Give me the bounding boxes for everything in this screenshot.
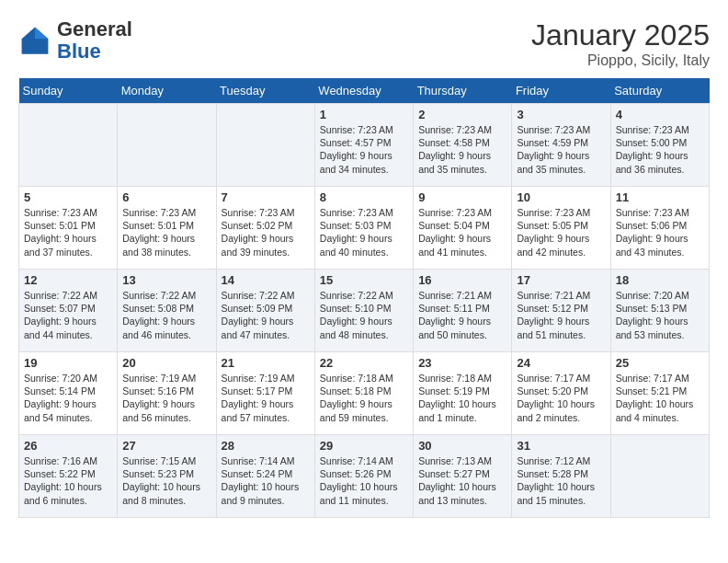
logo-text: General Blue	[57, 18, 132, 63]
day-number: 18	[616, 273, 704, 287]
day-number: 7	[222, 190, 310, 204]
day-number: 15	[320, 273, 408, 287]
day-number: 17	[517, 273, 605, 287]
table-row: 20Sunrise: 7:19 AM Sunset: 5:16 PM Dayli…	[118, 352, 216, 435]
title-area: January 2025 Pioppo, Sicily, Italy	[531, 18, 710, 69]
day-number: 3	[517, 108, 605, 121]
table-row: 1Sunrise: 7:23 AM Sunset: 4:57 PM Daylig…	[314, 104, 413, 187]
cell-content: Sunrise: 7:23 AM Sunset: 4:58 PM Dayligh…	[418, 123, 506, 176]
cell-content: Sunrise: 7:18 AM Sunset: 5:19 PM Dayligh…	[418, 372, 506, 424]
table-row: 11Sunrise: 7:23 AM Sunset: 5:06 PM Dayli…	[610, 187, 709, 270]
day-number: 2	[418, 108, 506, 121]
table-row: 21Sunrise: 7:19 AM Sunset: 5:17 PM Dayli…	[216, 352, 314, 435]
table-row: 10Sunrise: 7:23 AM Sunset: 5:05 PM Dayli…	[512, 187, 610, 270]
calendar-week-row: 5Sunrise: 7:23 AM Sunset: 5:01 PM Daylig…	[19, 187, 710, 270]
header-saturday: Saturday	[610, 78, 709, 104]
day-number: 14	[222, 273, 310, 287]
cell-content: Sunrise: 7:18 AM Sunset: 5:18 PM Dayligh…	[320, 372, 408, 424]
table-row	[118, 104, 216, 187]
logo-blue: Blue	[57, 40, 101, 63]
day-number: 5	[24, 190, 112, 204]
cell-content: Sunrise: 7:16 AM Sunset: 5:22 PM Dayligh…	[24, 454, 112, 507]
day-number: 10	[517, 190, 605, 204]
day-number: 9	[418, 190, 506, 204]
header-monday: Monday	[118, 78, 216, 104]
table-row: 12Sunrise: 7:22 AM Sunset: 5:07 PM Dayli…	[19, 270, 118, 352]
table-row: 2Sunrise: 7:23 AM Sunset: 4:58 PM Daylig…	[414, 104, 512, 187]
table-row: 7Sunrise: 7:23 AM Sunset: 5:02 PM Daylig…	[216, 187, 314, 270]
calendar-table: Sunday Monday Tuesday Wednesday Thursday…	[18, 78, 710, 518]
table-row: 17Sunrise: 7:21 AM Sunset: 5:12 PM Dayli…	[512, 270, 610, 352]
table-row: 19Sunrise: 7:20 AM Sunset: 5:14 PM Dayli…	[19, 352, 118, 435]
cell-content: Sunrise: 7:23 AM Sunset: 4:59 PM Dayligh…	[517, 123, 605, 176]
cell-content: Sunrise: 7:19 AM Sunset: 5:17 PM Dayligh…	[222, 372, 310, 424]
cell-content: Sunrise: 7:20 AM Sunset: 5:14 PM Dayligh…	[24, 372, 112, 424]
header-thursday: Thursday	[414, 78, 512, 104]
cell-content: Sunrise: 7:23 AM Sunset: 4:57 PM Dayligh…	[320, 123, 408, 176]
table-row: 26Sunrise: 7:16 AM Sunset: 5:22 PM Dayli…	[19, 435, 118, 518]
logo-general: General	[57, 17, 132, 40]
logo-icon	[18, 24, 51, 57]
day-number: 31	[517, 439, 605, 453]
table-row: 31Sunrise: 7:12 AM Sunset: 5:28 PM Dayli…	[512, 435, 610, 518]
cell-content: Sunrise: 7:21 AM Sunset: 5:11 PM Dayligh…	[418, 289, 506, 341]
table-row: 25Sunrise: 7:17 AM Sunset: 5:21 PM Dayli…	[610, 352, 709, 435]
cell-content: Sunrise: 7:23 AM Sunset: 5:02 PM Dayligh…	[222, 206, 310, 259]
cell-content: Sunrise: 7:23 AM Sunset: 5:00 PM Dayligh…	[616, 123, 704, 176]
table-row: 5Sunrise: 7:23 AM Sunset: 5:01 PM Daylig…	[19, 187, 118, 270]
table-row: 23Sunrise: 7:18 AM Sunset: 5:19 PM Dayli…	[414, 352, 512, 435]
logo: General Blue	[18, 18, 132, 63]
day-number: 22	[320, 356, 408, 370]
cell-content: Sunrise: 7:21 AM Sunset: 5:12 PM Dayligh…	[517, 289, 605, 341]
day-number: 1	[320, 108, 408, 121]
table-row: 24Sunrise: 7:17 AM Sunset: 5:20 PM Dayli…	[512, 352, 610, 435]
table-row: 8Sunrise: 7:23 AM Sunset: 5:03 PM Daylig…	[314, 187, 413, 270]
table-row: 4Sunrise: 7:23 AM Sunset: 5:00 PM Daylig…	[610, 104, 709, 187]
day-number: 28	[222, 439, 310, 453]
day-number: 30	[418, 439, 506, 453]
day-number: 11	[616, 190, 704, 204]
cell-content: Sunrise: 7:13 AM Sunset: 5:27 PM Dayligh…	[418, 454, 506, 507]
cell-content: Sunrise: 7:14 AM Sunset: 5:24 PM Dayligh…	[222, 454, 310, 507]
day-number: 19	[24, 356, 112, 370]
page-header: General Blue January 2025 Pioppo, Sicily…	[18, 18, 710, 69]
day-number: 21	[222, 356, 310, 370]
day-number: 26	[24, 439, 112, 453]
table-row	[610, 435, 709, 518]
cell-content: Sunrise: 7:23 AM Sunset: 5:03 PM Dayligh…	[320, 206, 408, 259]
header-wednesday: Wednesday	[314, 78, 413, 104]
month-title: January 2025	[531, 18, 710, 52]
day-number: 12	[24, 273, 112, 287]
cell-content: Sunrise: 7:23 AM Sunset: 5:05 PM Dayligh…	[517, 206, 605, 259]
calendar-week-row: 26Sunrise: 7:16 AM Sunset: 5:22 PM Dayli…	[19, 435, 710, 518]
table-row: 9Sunrise: 7:23 AM Sunset: 5:04 PM Daylig…	[414, 187, 512, 270]
day-number: 29	[320, 439, 408, 453]
cell-content: Sunrise: 7:23 AM Sunset: 5:01 PM Dayligh…	[24, 206, 112, 259]
table-row: 15Sunrise: 7:22 AM Sunset: 5:10 PM Dayli…	[314, 270, 413, 352]
calendar-week-row: 12Sunrise: 7:22 AM Sunset: 5:07 PM Dayli…	[19, 270, 710, 352]
table-row: 22Sunrise: 7:18 AM Sunset: 5:18 PM Dayli…	[314, 352, 413, 435]
day-number: 24	[517, 356, 605, 370]
cell-content: Sunrise: 7:22 AM Sunset: 5:08 PM Dayligh…	[122, 289, 210, 341]
table-row: 3Sunrise: 7:23 AM Sunset: 4:59 PM Daylig…	[512, 104, 610, 187]
day-number: 27	[122, 439, 210, 453]
day-number: 16	[418, 273, 506, 287]
day-number: 4	[616, 108, 704, 121]
svg-marker-1	[35, 28, 48, 40]
cell-content: Sunrise: 7:15 AM Sunset: 5:23 PM Dayligh…	[122, 454, 210, 507]
cell-content: Sunrise: 7:17 AM Sunset: 5:21 PM Dayligh…	[616, 372, 704, 424]
day-number: 25	[616, 356, 704, 370]
cell-content: Sunrise: 7:23 AM Sunset: 5:06 PM Dayligh…	[616, 206, 704, 259]
table-row	[216, 104, 314, 187]
day-number: 13	[122, 273, 210, 287]
cell-content: Sunrise: 7:20 AM Sunset: 5:13 PM Dayligh…	[616, 289, 704, 341]
header-friday: Friday	[512, 78, 610, 104]
cell-content: Sunrise: 7:19 AM Sunset: 5:16 PM Dayligh…	[122, 372, 210, 424]
table-row: 13Sunrise: 7:22 AM Sunset: 5:08 PM Dayli…	[118, 270, 216, 352]
header-tuesday: Tuesday	[216, 78, 314, 104]
table-row: 28Sunrise: 7:14 AM Sunset: 5:24 PM Dayli…	[216, 435, 314, 518]
table-row: 16Sunrise: 7:21 AM Sunset: 5:11 PM Dayli…	[414, 270, 512, 352]
day-number: 8	[320, 190, 408, 204]
calendar-header-row: Sunday Monday Tuesday Wednesday Thursday…	[19, 78, 710, 104]
table-row: 29Sunrise: 7:14 AM Sunset: 5:26 PM Dayli…	[314, 435, 413, 518]
